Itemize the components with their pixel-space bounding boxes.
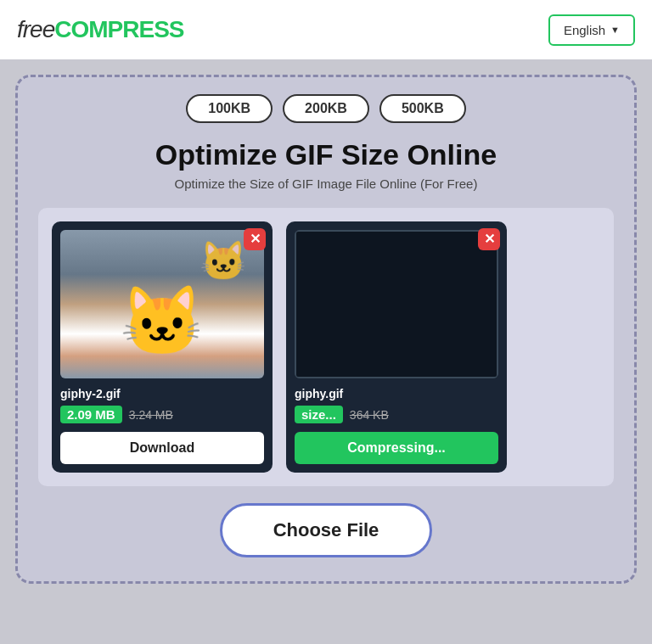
page-subtitle: Optimize the Size of GIF Image File Onli… [38, 176, 614, 191]
file-sizes-1: 2.09 MB 3.24 MB [60, 406, 264, 423]
language-label: English [564, 23, 605, 37]
close-button-2[interactable]: ✕ [478, 228, 500, 250]
preset-100kb[interactable]: 100KB [186, 94, 273, 123]
file-name-1: giphy-2.gif [60, 387, 264, 400]
dark-preview [295, 230, 498, 378]
compressing-button-2[interactable]: Compressing... [295, 432, 498, 464]
tool-container: 100KB 200KB 500KB Optimize GIF Size Onli… [15, 75, 637, 584]
cat-image [60, 230, 264, 378]
header: freeCOMPRESS English ▼ [0, 0, 652, 59]
compressed-size-1: 2.09 MB [60, 406, 122, 423]
file-card-2: ✕ giphy.gif size... 364 KB Compressing..… [286, 221, 507, 473]
preset-200kb[interactable]: 200KB [283, 94, 369, 123]
close-button-1[interactable]: ✕ [244, 228, 266, 250]
file-name-2: giphy.gif [295, 387, 498, 400]
logo: freeCOMPRESS [17, 16, 184, 43]
logo-compress: COMPRESS [54, 16, 183, 42]
language-selector[interactable]: English ▼ [548, 14, 635, 46]
file-sizes-2: size... 364 KB [295, 406, 498, 423]
files-area: ✕ giphy-2.gif 2.09 MB 3.24 MB Download ✕… [38, 208, 614, 486]
main-content: 100KB 200KB 500KB Optimize GIF Size Onli… [0, 59, 652, 599]
original-size-2: 364 KB [350, 408, 389, 422]
preset-500kb[interactable]: 500KB [379, 94, 466, 123]
chevron-down-icon: ▼ [610, 25, 620, 35]
file-preview-2 [295, 230, 498, 378]
file-card-1: ✕ giphy-2.gif 2.09 MB 3.24 MB Download [52, 221, 273, 473]
compressed-size-2: size... [295, 406, 343, 423]
choose-file-button[interactable]: Choose File [220, 503, 433, 557]
original-size-1: 3.24 MB [129, 408, 173, 422]
file-preview-1 [60, 230, 264, 378]
logo-free: free [17, 16, 54, 42]
download-button-1[interactable]: Download [60, 432, 264, 464]
size-presets: 100KB 200KB 500KB [38, 94, 614, 123]
page-title: Optimize GIF Size Online [38, 138, 614, 171]
